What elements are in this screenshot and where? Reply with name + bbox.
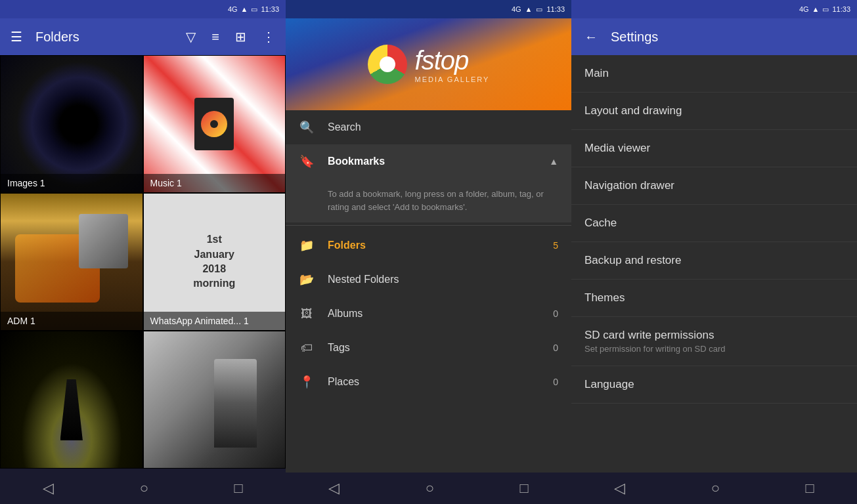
network-type-3: 4G bbox=[799, 5, 809, 13]
settings-item-layout[interactable]: Layout and drawing bbox=[571, 93, 857, 130]
back-button-2[interactable]: ◁ bbox=[315, 474, 353, 502]
fstop-icon bbox=[368, 45, 407, 84]
settings-item-sd-card-subtitle: Set permission for writing on SD card bbox=[584, 344, 844, 354]
settings-item-nav-drawer-label: Navigation drawer bbox=[584, 179, 844, 192]
drawer-item-search[interactable]: 🔍 Search bbox=[286, 110, 571, 144]
bookmark-icon: 🔖 bbox=[299, 154, 315, 169]
drawer-item-places[interactable]: 📍 Places 0 bbox=[286, 365, 571, 399]
places-label: Places bbox=[328, 376, 540, 388]
albums-badge: 0 bbox=[553, 308, 558, 319]
settings-item-backup[interactable]: Backup and restore bbox=[571, 242, 857, 280]
filter-icon[interactable]: ▽ bbox=[183, 26, 198, 47]
settings-item-main-label: Main bbox=[584, 67, 844, 80]
settings-item-sd-card-label: SD card write permissions bbox=[584, 329, 844, 342]
drawer-item-tags[interactable]: 🏷 Tags 0 bbox=[286, 331, 571, 365]
panel-settings: 4G ▲ ▭ 11:33 ← Settings Main Layout and … bbox=[571, 0, 857, 504]
grid-item-adm-label: ADM 1 bbox=[1, 312, 143, 330]
fstop-logo: fstop MEDIA GALLERY bbox=[368, 45, 490, 84]
fstop-app-subtitle: MEDIA GALLERY bbox=[415, 75, 490, 83]
bottom-nav-3: ◁ ○ □ bbox=[571, 472, 857, 504]
bookmarks-arrow-icon: ▲ bbox=[549, 156, 558, 167]
places-badge: 0 bbox=[553, 377, 558, 387]
settings-toolbar: ← Settings bbox=[571, 18, 857, 55]
albums-icon: 🖼 bbox=[299, 306, 315, 322]
menu-icon[interactable]: ☰ bbox=[8, 26, 25, 47]
search-label: Search bbox=[328, 121, 558, 133]
settings-item-cache-label: Cache bbox=[584, 217, 844, 230]
grid-item-whatsapp-label: WhatsApp Animated... 1 bbox=[144, 312, 286, 330]
grid-item-images[interactable]: Images 1 bbox=[0, 55, 143, 193]
grid-item-images-label: Images 1 bbox=[1, 174, 143, 192]
settings-item-language[interactable]: Language bbox=[571, 366, 857, 404]
settings-title: Settings bbox=[611, 30, 846, 45]
network-type-1: 4G bbox=[228, 5, 238, 13]
nested-folders-icon: 📂 bbox=[299, 272, 315, 287]
albums-label: Albums bbox=[328, 308, 540, 320]
settings-item-main[interactable]: Main bbox=[571, 55, 857, 93]
drawer-header: fstop MEDIA GALLERY bbox=[286, 18, 571, 110]
battery-3: ▭ bbox=[822, 5, 829, 14]
home-button-1[interactable]: ○ bbox=[127, 474, 162, 502]
status-bar-1: 4G ▲ ▭ 11:33 bbox=[0, 0, 286, 18]
settings-item-themes-label: Themes bbox=[584, 291, 844, 304]
back-icon[interactable]: ← bbox=[582, 27, 600, 47]
bottom-nav-1: ◁ ○ □ bbox=[0, 472, 286, 504]
settings-item-themes[interactable]: Themes bbox=[571, 280, 857, 317]
drawer-item-folders[interactable]: 📁 Folders 5 bbox=[286, 228, 571, 262]
bottom-nav-2: ◁ ○ □ bbox=[286, 472, 571, 504]
grid-item-music-label: Music 1 bbox=[144, 174, 286, 192]
grid-item-silhouette[interactable] bbox=[0, 331, 143, 469]
grid-item-whatsapp[interactable]: 1st January 2018 morning WhatsApp Animat… bbox=[143, 193, 286, 331]
back-button-1[interactable]: ◁ bbox=[30, 474, 67, 502]
drawer-item-albums[interactable]: 🖼 Albums 0 bbox=[286, 297, 571, 331]
nested-folders-label: Nested Folders bbox=[328, 274, 558, 285]
grid-item-music[interactable]: Music 1 bbox=[143, 55, 286, 193]
divider-1 bbox=[286, 225, 571, 226]
settings-item-backup-label: Backup and restore bbox=[584, 254, 844, 267]
drawer-item-bookmarks[interactable]: 🔖 Bookmarks ▲ bbox=[286, 144, 571, 178]
tags-badge: 0 bbox=[553, 343, 558, 353]
settings-list: Main Layout and drawing Media viewer Nav… bbox=[571, 55, 857, 472]
drawer-item-nested[interactable]: 📂 Nested Folders bbox=[286, 262, 571, 297]
time-1: 11:33 bbox=[261, 5, 279, 13]
panel-folders: 4G ▲ ▭ 11:33 ☰ Folders ▽ ≡ ⊞ ⋮ Images 1 bbox=[0, 0, 286, 504]
home-button-2[interactable]: ○ bbox=[412, 474, 447, 502]
folders-nav-label: Folders bbox=[328, 240, 540, 251]
grid-item-dance[interactable] bbox=[143, 331, 286, 469]
places-icon: 📍 bbox=[299, 374, 315, 390]
tags-icon: 🏷 bbox=[299, 340, 315, 356]
bookmarks-label: Bookmarks bbox=[328, 156, 536, 167]
folders-toolbar: ☰ Folders ▽ ≡ ⊞ ⋮ bbox=[0, 18, 286, 55]
network-type-2: 4G bbox=[512, 5, 521, 13]
settings-item-media-viewer-label: Media viewer bbox=[584, 142, 844, 155]
fstop-app-name: fstop bbox=[415, 46, 490, 75]
folders-title: Folders bbox=[35, 30, 173, 45]
recent-button-3[interactable]: □ bbox=[792, 474, 827, 502]
sort-icon[interactable]: ≡ bbox=[209, 27, 222, 47]
grid-view-icon[interactable]: ⊞ bbox=[232, 26, 249, 47]
more-options-icon[interactable]: ⋮ bbox=[259, 26, 278, 47]
folders-badge: 5 bbox=[553, 240, 558, 251]
time-3: 11:33 bbox=[832, 5, 850, 13]
recent-button-1[interactable]: □ bbox=[221, 474, 255, 502]
battery-icon-1: ▭ bbox=[251, 5, 257, 14]
time-2: 11:33 bbox=[546, 5, 565, 13]
panel-drawer: 4G ▲ ▭ 11:33 fstop MEDIA GALLERY 🔍 Searc… bbox=[286, 0, 571, 504]
folders-grid: Images 1 Music 1 ADM 1 bbox=[0, 55, 286, 472]
battery-2: ▭ bbox=[536, 5, 542, 14]
settings-item-layout-label: Layout and drawing bbox=[584, 104, 844, 117]
back-button-3[interactable]: ◁ bbox=[601, 474, 638, 502]
grid-item-adm[interactable]: ADM 1 bbox=[0, 193, 143, 331]
fstop-text: fstop MEDIA GALLERY bbox=[415, 46, 490, 83]
settings-item-media-viewer[interactable]: Media viewer bbox=[571, 130, 857, 167]
bookmark-info-text: To add a bookmark, long press on a folde… bbox=[286, 178, 571, 222]
signal-3: ▲ bbox=[812, 5, 820, 13]
settings-item-sd-card[interactable]: SD card write permissions Set permission… bbox=[571, 317, 857, 366]
tags-label: Tags bbox=[328, 342, 540, 354]
signal-2: ▲ bbox=[525, 5, 533, 13]
settings-item-cache[interactable]: Cache bbox=[571, 205, 857, 242]
home-button-3[interactable]: ○ bbox=[698, 474, 733, 502]
status-bar-2: 4G ▲ ▭ 11:33 bbox=[286, 0, 571, 18]
settings-item-nav-drawer[interactable]: Navigation drawer bbox=[571, 167, 857, 205]
recent-button-2[interactable]: □ bbox=[506, 474, 541, 502]
